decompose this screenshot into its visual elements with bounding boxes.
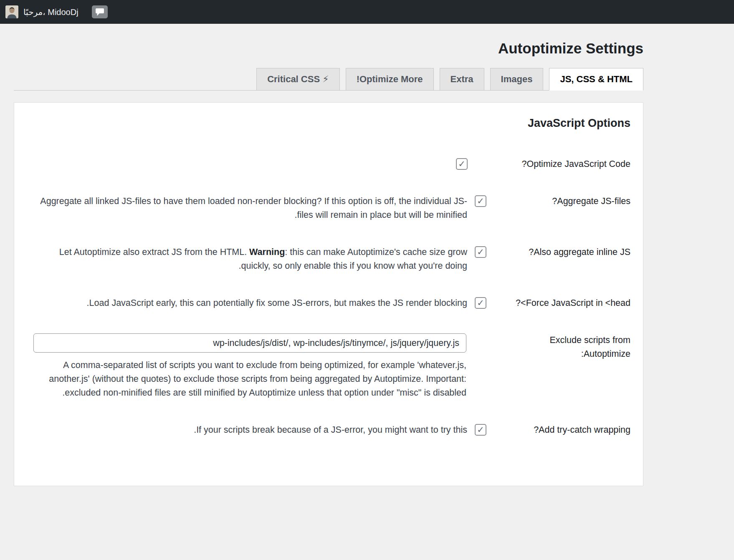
- optimize-js-field: [27, 157, 486, 171]
- description-text: Let Autoptimize also extract JS from the…: [59, 247, 249, 257]
- aggregate-inline-js-label: Also aggregate inline JS?: [486, 245, 630, 273]
- optimize-js-label: Optimize JavaScript Code?: [486, 157, 630, 171]
- exclude-scripts-description: A comma-separated list of scripts you wa…: [39, 358, 466, 400]
- try-catch-field: If your scripts break because of a JS-er…: [27, 423, 486, 437]
- howdy-greeting: مرحبًا، MidooDj: [23, 7, 78, 17]
- optimize-js-checkbox[interactable]: [456, 158, 468, 170]
- settings-panel: JavaScript Options Optimize JavaScript C…: [14, 102, 643, 486]
- exclude-scripts-input[interactable]: [33, 333, 466, 353]
- admin-bar: مرحبًا، MidooDj: [0, 0, 734, 24]
- row-exclude-scripts: Exclude scripts from Autoptimize: A comm…: [27, 322, 630, 411]
- section-heading: JavaScript Options: [27, 117, 630, 130]
- aggregate-js-label: Aggregate JS-files?: [486, 194, 630, 222]
- settings-page: Autoptimize Settings JS, CSS & HTML Imag…: [14, 24, 643, 486]
- tab-js-css-html[interactable]: JS, CSS & HTML: [549, 68, 643, 91]
- try-catch-description: If your scripts break because of a JS-er…: [40, 423, 467, 437]
- force-js-head-description: Load JavaScript early, this can potentia…: [40, 296, 467, 310]
- settings-tab-bar: JS, CSS & HTML Images Extra Optimize Mor…: [14, 68, 643, 91]
- exclude-scripts-field: A comma-separated list of scripts you wa…: [27, 333, 486, 400]
- row-try-catch: Add try-catch wrapping? If your scripts …: [27, 411, 630, 449]
- try-catch-label: Add try-catch wrapping?: [486, 423, 630, 437]
- warning-emphasis: Warning: [249, 247, 285, 257]
- admin-bar-account[interactable]: مرحبًا، MidooDj: [5, 5, 78, 18]
- force-js-head-checkbox[interactable]: [475, 297, 486, 309]
- row-force-js-head: Force JavaScript in <head>? Load JavaScr…: [27, 285, 630, 322]
- force-js-head-label: Force JavaScript in <head>?: [486, 296, 630, 310]
- aggregate-inline-js-checkbox[interactable]: [475, 246, 486, 258]
- exclude-scripts-label: Exclude scripts from Autoptimize:: [486, 333, 630, 400]
- aggregate-js-description: Aggregate all linked JS-files to have th…: [40, 194, 467, 222]
- speech-bubble-icon: [96, 8, 104, 16]
- aggregate-js-checkbox[interactable]: [475, 195, 486, 207]
- user-avatar-icon: [5, 5, 18, 18]
- tab-optimize-more[interactable]: Optimize More!: [346, 68, 434, 90]
- row-aggregate-inline-js: Also aggregate inline JS? Let Autoptimiz…: [27, 234, 630, 285]
- tab-critical-css[interactable]: ⚡ Critical CSS: [256, 68, 340, 90]
- force-js-head-field: Load JavaScript early, this can potentia…: [27, 296, 486, 310]
- aggregate-inline-js-description: Let Autoptimize also extract JS from the…: [40, 245, 467, 273]
- comments-button[interactable]: [92, 5, 108, 18]
- page-title: Autoptimize Settings: [14, 24, 643, 57]
- tab-images[interactable]: Images: [490, 68, 544, 90]
- aggregate-inline-js-field: Let Autoptimize also extract JS from the…: [27, 245, 486, 273]
- tab-extra[interactable]: Extra: [440, 68, 484, 90]
- row-optimize-js: Optimize JavaScript Code?: [27, 146, 630, 183]
- try-catch-checkbox[interactable]: [475, 424, 486, 436]
- row-aggregate-js: Aggregate JS-files? Aggregate all linked…: [27, 183, 630, 234]
- aggregate-js-field: Aggregate all linked JS-files to have th…: [27, 194, 486, 222]
